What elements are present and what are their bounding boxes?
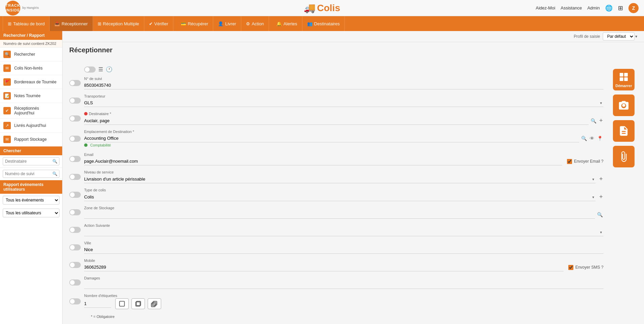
destinataire-search-icon[interactable]: 🔍 — [52, 159, 57, 164]
user-avatar[interactable]: Z — [628, 3, 639, 13]
nav-verifier[interactable]: ✔ Vérifier — [144, 16, 173, 31]
globe-icon[interactable]: 🌐 — [605, 4, 613, 12]
recipient-add-btn[interactable]: + — [598, 116, 603, 125]
damages-input[interactable] — [84, 281, 603, 289]
city-field: Ville — [84, 241, 603, 254]
city-input[interactable] — [84, 246, 603, 254]
recipient-label-row: Destinataire * — [84, 112, 603, 116]
toggle-damages[interactable] — [69, 279, 81, 286]
profile-label: Profil de saisie — [574, 34, 600, 39]
navbar: ⊞ Tableau de bord 📥 Réceptionner ⊞ Récep… — [0, 16, 644, 31]
file-button[interactable] — [613, 120, 635, 142]
transporter-select[interactable]: GLS DHL FedEx — [84, 99, 603, 107]
history-icon[interactable]: 🕐 — [106, 66, 113, 73]
admin-link[interactable]: Admin — [587, 5, 600, 10]
storage-zone-input[interactable] — [84, 211, 595, 219]
tracking-number-field: N° de suivi — [84, 77, 603, 89]
toggle-tracking[interactable] — [69, 80, 81, 86]
sidebar-item-receptionnes[interactable]: ✔ Réceptionnés Aujourd'hui — [0, 103, 62, 119]
send-sms-checkbox[interactable] — [568, 265, 573, 270]
label-multiple-btn[interactable] — [148, 298, 161, 309]
toggle-mobile[interactable] — [69, 262, 81, 268]
nav-receptionner[interactable]: 📥 Réceptionner — [50, 16, 93, 31]
toggle-destination[interactable] — [69, 136, 81, 142]
svg-rect-0 — [120, 301, 125, 306]
destination-pin-btn[interactable]: 📍 — [596, 135, 603, 142]
service-level-add-btn[interactable]: + — [598, 175, 603, 183]
attachment-button[interactable] — [613, 146, 635, 167]
arrow-icon-box: ↗ — [3, 122, 11, 129]
toggle-service[interactable] — [69, 174, 81, 180]
destinataire-search-row: 🔍 — [3, 157, 59, 165]
start-button[interactable]: Démarrer — [613, 69, 635, 90]
nav-alertes[interactable]: 🔔 Alertes — [272, 16, 302, 31]
nav-livrer[interactable]: 👤 Livrer — [213, 16, 241, 31]
sidebar-item-bordereaux[interactable]: 🚩 Bordereaux de Tournée — [0, 75, 62, 89]
next-action-row: Action Suivante Livrer ▾ — [69, 223, 603, 236]
service-level-select[interactable]: Livraison d'un article périssable Standa… — [84, 175, 596, 183]
destinataire-input[interactable] — [3, 157, 59, 165]
storage-zone-search-btn[interactable]: 🔍 — [596, 211, 603, 218]
tracking-filter: Numéro de suivi contient ZK202 — [0, 40, 62, 48]
destination-search-btn[interactable]: 🔍 — [580, 135, 588, 142]
package-type-input-row: Colis Enveloppe ▾ + — [84, 193, 603, 201]
users-select[interactable]: Tous les utilisateurs — [3, 209, 59, 217]
nav-recuperer[interactable]: 💳 Récupérer — [176, 16, 214, 31]
recipient-input[interactable] — [84, 117, 589, 125]
assistance-link[interactable]: Assistance — [561, 5, 582, 10]
recipient-required-dot — [84, 112, 88, 115]
toggle-email[interactable] — [69, 156, 81, 162]
toggle-labels[interactable] — [69, 298, 81, 304]
destination-field: Emplacement de Destination * 🔍 👁 📍 Compt… — [84, 130, 603, 148]
nav-tableau-de-bord[interactable]: ⊞ Tableau de bord — [3, 16, 50, 31]
toggle-next-action[interactable] — [69, 227, 81, 233]
recipient-search-btn[interactable]: 🔍 — [590, 117, 597, 124]
destination-input[interactable] — [84, 134, 579, 142]
mobile-label: Mobile — [84, 259, 603, 263]
next-action-label: Action Suivante — [84, 223, 603, 227]
numero-search-icon[interactable]: 🔍 — [52, 171, 57, 176]
next-action-select[interactable]: Livrer — [84, 228, 603, 236]
label-single-btn[interactable] — [115, 298, 129, 309]
destination-view-btn[interactable]: 👁 — [589, 135, 595, 142]
tracking-number-input[interactable] — [84, 81, 603, 89]
person-icon: 👤 — [218, 21, 223, 26]
package-type-select[interactable]: Colis Enveloppe — [84, 193, 596, 201]
sidebar-item-colis-non-livres[interactable]: ✉ Colis Non-livrés — [0, 61, 62, 75]
labels-count-input[interactable] — [84, 300, 111, 308]
recipient-row: Destinataire * 🔍 + — [69, 112, 603, 125]
send-email-checkbox[interactable] — [567, 159, 572, 164]
list-icon[interactable]: ☰ — [98, 66, 103, 73]
tracking-number-label: N° de suivi — [84, 77, 603, 81]
package-type-add-btn[interactable]: + — [598, 193, 603, 201]
apps-icon[interactable]: ⊞ — [618, 4, 623, 12]
top-right: Aidez-Moi Assistance Admin 🌐 ⊞ Z — [536, 3, 639, 13]
toggle-recipient[interactable] — [69, 115, 81, 122]
storage-zone-row: Zone de Stockage 🔍 — [69, 206, 603, 219]
toggle-city[interactable] — [69, 244, 81, 250]
sidebar-item-livres[interactable]: ↗ Livrés Aujourd'hui — [0, 119, 62, 133]
email-field: Email Envoyer Email ? — [84, 153, 603, 165]
toggle-transporter[interactable] — [69, 98, 81, 104]
toggle-package-type[interactable] — [69, 192, 81, 198]
label-double-btn[interactable] — [131, 298, 145, 309]
nav-reception-multiple[interactable]: ⊞ Réception Multiple — [93, 16, 144, 31]
toggle-main[interactable] — [84, 66, 96, 73]
truck-icon: 🚚 — [304, 3, 316, 13]
sidebar-item-rapport-stockage[interactable]: ✉ Rapport Stockage — [0, 133, 62, 146]
sidebar-item-notes-tournee[interactable]: 📝 Notes Tournée — [0, 89, 62, 103]
sidebar-item-rechercher[interactable]: 🔍 Rechercher — [0, 48, 62, 61]
aide-moi-link[interactable]: Aidez-Moi — [536, 5, 555, 10]
nav-action[interactable]: ⚙ Action — [241, 16, 269, 31]
mobile-input[interactable] — [84, 263, 564, 271]
toggle-storage[interactable] — [69, 209, 81, 215]
nav-destinataires[interactable]: 👥 Destinataires — [302, 16, 345, 31]
email-input[interactable] — [84, 157, 562, 165]
camera-button[interactable] — [613, 94, 635, 116]
logo-circle: TRACK INSIDE — [5, 1, 20, 16]
profile-select[interactable]: Par défaut — [603, 32, 635, 40]
destination-row: Emplacement de Destination * 🔍 👁 📍 Compt… — [69, 130, 603, 148]
damages-field: Damages — [84, 276, 603, 289]
events-select[interactable]: Tous les événements — [3, 196, 59, 205]
numero-suivi-input[interactable] — [3, 170, 59, 178]
